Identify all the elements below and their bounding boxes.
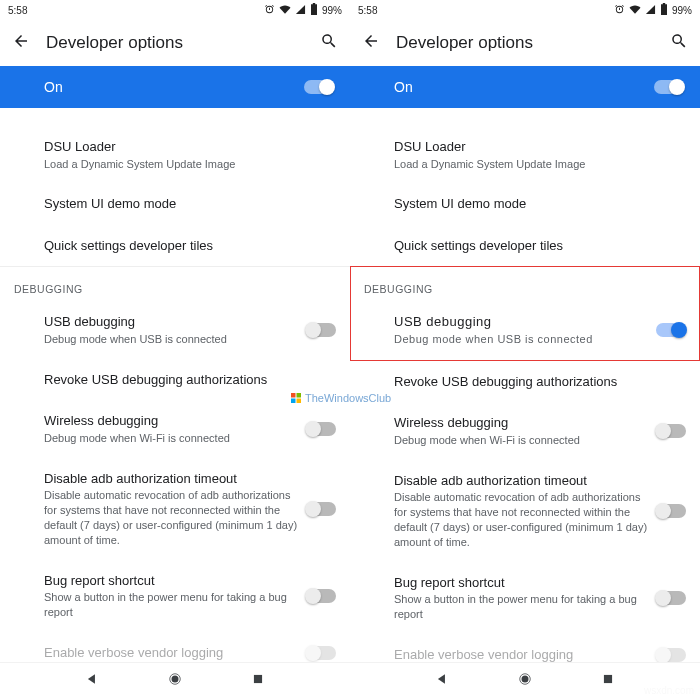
battery-percent: 99%: [322, 5, 342, 16]
bugreport-desc: Show a button in the power menu for taki…: [394, 592, 648, 622]
svg-point-3: [521, 675, 528, 682]
nav-back-icon[interactable]: [435, 672, 449, 690]
back-icon[interactable]: [12, 32, 30, 54]
screen-left: 5:58 99% Developer options On: [0, 0, 350, 698]
wifi-icon: [279, 4, 291, 17]
disable-adb-title: Disable adb authorization timeout: [44, 470, 298, 488]
disable-adb-toggle[interactable]: [306, 502, 336, 516]
bugreport-title: Bug report shortcut: [44, 572, 298, 590]
section-debugging: DEBUGGING: [0, 266, 350, 301]
usb-debugging-title: USB debugging: [394, 313, 648, 331]
verbose-toggle[interactable]: [306, 646, 336, 660]
svg-rect-2: [254, 674, 262, 682]
search-icon[interactable]: [670, 32, 688, 54]
signal-icon: [645, 4, 656, 17]
developer-options-master-toggle-row[interactable]: On: [0, 66, 350, 108]
sysui-title: System UI demo mode: [44, 195, 328, 213]
verbose-title: Enable verbose vendor logging: [394, 646, 648, 662]
settings-list: DSU Loader Load a Dynamic System Update …: [0, 108, 350, 662]
master-toggle[interactable]: [654, 80, 684, 94]
quick-settings-tiles-row[interactable]: Quick settings developer tiles: [350, 225, 700, 267]
dsu-loader-row[interactable]: DSU Loader Load a Dynamic System Update …: [0, 126, 350, 183]
master-toggle[interactable]: [304, 80, 334, 94]
nav-recent-icon[interactable]: [601, 672, 615, 690]
section-debugging-highlighted: DEBUGGING USB debugging Debug mode when …: [350, 266, 700, 360]
wireless-debugging-row[interactable]: Wireless debugging Debug mode when Wi-Fi…: [350, 402, 700, 459]
svg-point-0: [171, 675, 178, 682]
nav-back-icon[interactable]: [85, 672, 99, 690]
status-bar: 5:58 99%: [350, 0, 700, 20]
usb-debugging-desc: Debug mode when USB is connected: [394, 332, 648, 347]
page-title: Developer options: [46, 33, 304, 53]
quick-settings-tiles-row[interactable]: Quick settings developer tiles: [0, 225, 350, 267]
disable-adb-desc: Disable automatic revocation of adb auth…: [394, 490, 648, 549]
nav-home-icon[interactable]: [168, 672, 182, 690]
nav-recent-icon[interactable]: [251, 672, 265, 690]
disable-adb-timeout-row[interactable]: Disable adb authorization timeout Disabl…: [350, 460, 700, 562]
verbose-toggle[interactable]: [656, 648, 686, 662]
revoke-usb-auth-row[interactable]: Revoke USB debugging authorizations: [0, 359, 350, 401]
verbose-logging-row[interactable]: Enable verbose vendor logging: [0, 632, 350, 662]
usb-debugging-toggle[interactable]: [656, 323, 686, 337]
app-bar: Developer options: [0, 20, 350, 66]
status-right: 99%: [614, 3, 692, 17]
svg-rect-5: [604, 674, 612, 682]
bugreport-toggle[interactable]: [656, 591, 686, 605]
usb-debugging-row[interactable]: USB debugging Debug mode when USB is con…: [350, 301, 700, 360]
bug-report-shortcut-row[interactable]: Bug report shortcut Show a button in the…: [0, 560, 350, 632]
developer-options-master-toggle-row[interactable]: On: [350, 66, 700, 108]
app-bar: Developer options: [350, 20, 700, 66]
back-icon[interactable]: [362, 32, 380, 54]
alarm-icon: [614, 4, 625, 17]
battery-percent: 99%: [672, 5, 692, 16]
wireless-debugging-toggle[interactable]: [306, 422, 336, 436]
dsu-loader-row[interactable]: DSU Loader Load a Dynamic System Update …: [350, 126, 700, 183]
master-toggle-label: On: [366, 79, 654, 95]
settings-list: DSU Loader Load a Dynamic System Update …: [350, 108, 700, 662]
system-ui-demo-row[interactable]: System UI demo mode: [350, 183, 700, 225]
verbose-logging-row[interactable]: Enable verbose vendor logging: [350, 634, 700, 662]
wireless-desc: Debug mode when Wi-Fi is connected: [394, 433, 648, 448]
disable-adb-timeout-row[interactable]: Disable adb authorization timeout Disabl…: [0, 458, 350, 560]
tiles-title: Quick settings developer tiles: [394, 237, 678, 255]
status-time: 5:58: [8, 5, 27, 16]
master-toggle-label: On: [16, 79, 304, 95]
wireless-debugging-row[interactable]: Wireless debugging Debug mode when Wi-Fi…: [0, 400, 350, 457]
page-title: Developer options: [396, 33, 654, 53]
usb-debugging-title: USB debugging: [44, 313, 298, 331]
disable-adb-title: Disable adb authorization timeout: [394, 472, 648, 490]
bugreport-toggle[interactable]: [306, 589, 336, 603]
navigation-bar: [350, 662, 700, 698]
status-right: 99%: [264, 3, 342, 17]
battery-icon: [660, 3, 668, 17]
revoke-title: Revoke USB debugging authorizations: [394, 373, 678, 391]
battery-icon: [310, 3, 318, 17]
tiles-title: Quick settings developer tiles: [44, 237, 328, 255]
wireless-debugging-toggle[interactable]: [656, 424, 686, 438]
wireless-title: Wireless debugging: [44, 412, 298, 430]
section-label: DEBUGGING: [364, 283, 686, 301]
disable-adb-toggle[interactable]: [656, 504, 686, 518]
revoke-title: Revoke USB debugging authorizations: [44, 371, 328, 389]
search-icon[interactable]: [320, 32, 338, 54]
status-time: 5:58: [358, 5, 377, 16]
system-ui-demo-row[interactable]: System UI demo mode: [0, 183, 350, 225]
signal-icon: [295, 4, 306, 17]
usb-debugging-toggle[interactable]: [306, 323, 336, 337]
dsu-title: DSU Loader: [394, 138, 678, 156]
wireless-title: Wireless debugging: [394, 414, 648, 432]
wifi-icon: [629, 4, 641, 17]
disable-adb-desc: Disable automatic revocation of adb auth…: [44, 488, 298, 547]
dsu-desc: Load a Dynamic System Update Image: [44, 157, 328, 172]
usb-debugging-row[interactable]: USB debugging Debug mode when USB is con…: [0, 301, 350, 358]
bug-report-shortcut-row[interactable]: Bug report shortcut Show a button in the…: [350, 562, 700, 634]
wireless-desc: Debug mode when Wi-Fi is connected: [44, 431, 298, 446]
navigation-bar: [0, 662, 350, 698]
usb-debugging-desc: Debug mode when USB is connected: [44, 332, 298, 347]
alarm-icon: [264, 4, 275, 17]
revoke-usb-auth-row[interactable]: Revoke USB debugging authorizations: [350, 361, 700, 403]
status-bar: 5:58 99%: [0, 0, 350, 20]
sysui-title: System UI demo mode: [394, 195, 678, 213]
verbose-title: Enable verbose vendor logging: [44, 644, 298, 662]
nav-home-icon[interactable]: [518, 672, 532, 690]
